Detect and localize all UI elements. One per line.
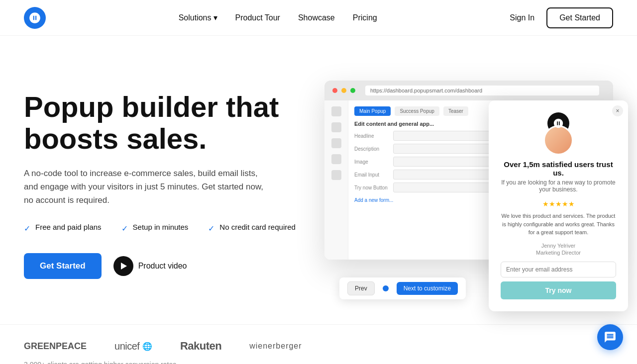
play-triangle	[121, 263, 127, 270]
nav-solutions[interactable]: Solutions ▾	[179, 13, 217, 22]
nav-links: Solutions ▾ Product Tour Showcase Pricin…	[179, 13, 377, 22]
popup-close-button[interactable]: ×	[612, 105, 623, 116]
mock-tab-1: Main Popup	[354, 106, 391, 116]
popup-email-input[interactable]	[501, 262, 616, 277]
popup-title: Over 1,5m satisfied users trust us.	[501, 160, 616, 177]
greenpeace-text: GREENPEACE	[24, 341, 87, 352]
logos-section: GREENPEACE unicef 🌐 Rakuten wienerberger…	[0, 324, 637, 364]
sidebar-icon-5	[331, 170, 341, 180]
popup-subtitle: If you are looking for a new way to prom…	[501, 179, 616, 193]
popup-stars: ★★★★★	[501, 200, 616, 208]
logos-row: GREENPEACE unicef 🌐 Rakuten wienerberger	[24, 340, 613, 353]
prev-button-mock[interactable]: Prev	[347, 281, 375, 295]
browser-dot-yellow	[341, 88, 346, 93]
unicef-text: unicef	[114, 341, 139, 352]
logo-wienerberger: wienerberger	[249, 342, 302, 351]
check-label-2: Setup in minutes	[133, 223, 189, 231]
mock-tab-3: Teaser	[443, 106, 468, 116]
popup-overlay: × Over 1,5m satisfied users trust us. If…	[489, 100, 628, 311]
nav-showcase[interactable]: Showcase	[298, 13, 335, 22]
check-label-1: Free and paid plans	[35, 223, 102, 231]
next-button-mock[interactable]: Next to customize	[397, 282, 458, 295]
hero-cta: Get Started Product video	[24, 253, 303, 279]
play-icon	[113, 256, 133, 276]
logo[interactable]	[24, 7, 46, 29]
sidebar-icon-2	[331, 122, 341, 132]
sign-in-button[interactable]: Sign In	[510, 13, 534, 22]
chat-icon	[604, 331, 617, 344]
nav-actions: Sign In Get Started	[510, 7, 613, 28]
hero-section: Popup builder that boosts sales. A no-co…	[0, 36, 637, 324]
sidebar-icon-1	[331, 106, 341, 116]
hero-checklist: ✓ Free and paid plans ✓ Setup in minutes…	[24, 223, 303, 233]
checkmark-icon-3: ✓	[208, 224, 214, 233]
hero-content: Popup builder that boosts sales. A no-co…	[24, 91, 303, 279]
hero-image: https://dashboard.popupsmart.com/dashboa…	[324, 81, 613, 289]
checkmark-icon-2: ✓	[121, 224, 128, 233]
check-item-3: ✓ No credit card required	[208, 223, 296, 233]
popup-logo-icon	[553, 118, 564, 129]
hero-title: Popup builder that boosts sales.	[24, 91, 303, 155]
mock-tab-2: Success Popup	[395, 106, 439, 116]
check-item-1: ✓ Free and paid plans	[24, 223, 102, 233]
rakuten-text: Rakuten	[180, 340, 221, 353]
logo-unicef: unicef 🌐	[114, 341, 152, 352]
hero-get-started-button[interactable]: Get Started	[24, 253, 102, 279]
hero-subtitle: A no-code tool to increase e-commerce sa…	[24, 167, 273, 207]
chat-bubble-button[interactable]	[597, 324, 623, 350]
browser-dot-green	[350, 88, 355, 93]
mock-label-button: Try now Button	[354, 185, 389, 190]
bottom-nav-mock: Prev Next to customize	[339, 277, 466, 299]
logo-rakuten: Rakuten	[180, 340, 221, 353]
nav-get-started-button[interactable]: Get Started	[546, 7, 613, 28]
logo-greenpeace: GREENPEACE	[24, 341, 87, 352]
check-item-2: ✓ Setup in minutes	[121, 223, 189, 233]
nav-dot	[383, 285, 389, 291]
sidebar-icon-4	[331, 154, 341, 164]
nav-product-tour[interactable]: Product Tour	[235, 13, 280, 22]
logo-svg	[28, 11, 41, 24]
mock-label-description: Description	[354, 146, 389, 152]
browser-bar: https://dashboard.popupsmart.com/dashboa…	[324, 81, 613, 100]
navbar: Solutions ▾ Product Tour Showcase Pricin…	[0, 0, 637, 36]
nav-pricing[interactable]: Pricing	[353, 13, 377, 22]
popup-reviewer-name: Jenny Yelriver	[501, 243, 616, 249]
wienerberger-text: wienerberger	[249, 342, 302, 351]
logos-tagline: 3.000+ clients are getting higher conver…	[24, 361, 613, 364]
product-video-button[interactable]: Product video	[113, 256, 187, 276]
popup-review: We love this product and services. The p…	[501, 212, 616, 237]
sidebar-icon-3	[331, 138, 341, 148]
check-label-3: No credit card required	[219, 223, 296, 231]
checkmark-icon-1: ✓	[24, 224, 30, 233]
popup-try-button[interactable]: Try now	[501, 281, 616, 299]
popup-reviewer-title: Marketing Director	[501, 250, 616, 256]
browser-url: https://dashboard.popupsmart.com/dashboa…	[365, 86, 599, 95]
unicef-symbol: 🌐	[142, 342, 152, 351]
mock-label-email: Email Input	[354, 172, 389, 178]
logo-icon	[24, 7, 46, 29]
mock-label-image: Image	[354, 159, 389, 165]
browser-sidebar	[324, 100, 348, 260]
chevron-down-icon: ▾	[213, 13, 217, 22]
browser-dot-red	[332, 88, 337, 93]
product-video-label: Product video	[138, 262, 187, 271]
popup-avatar	[543, 125, 573, 155]
mock-label-headline: Headline	[354, 133, 389, 139]
